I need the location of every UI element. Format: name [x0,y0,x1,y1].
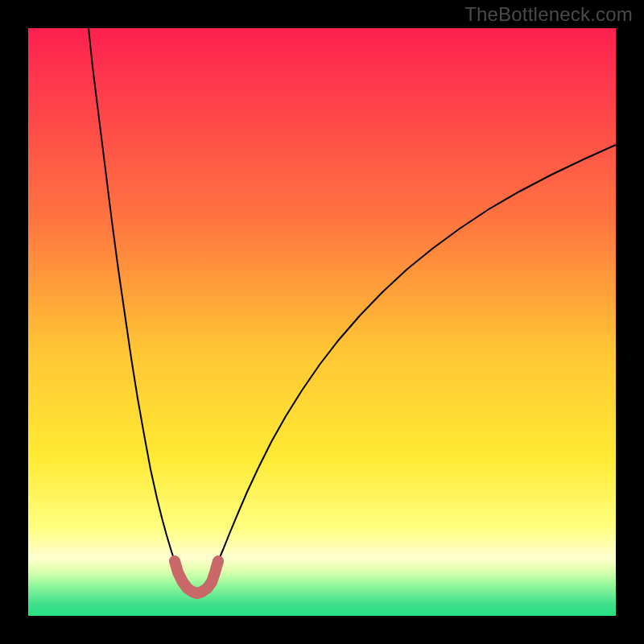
plot-svg [28,28,616,616]
valley-marker-dot [210,568,220,577]
gradient-background [28,28,616,616]
valley-marker-dot [173,568,183,577]
watermark-label: TheBottleneck.com [464,3,633,26]
chart-container: TheBottleneck.com [0,0,644,644]
valley-marker-dot [170,556,180,566]
valley-marker-dot [207,577,217,587]
valley-marker-dot [213,556,223,566]
plot-area [28,28,616,616]
